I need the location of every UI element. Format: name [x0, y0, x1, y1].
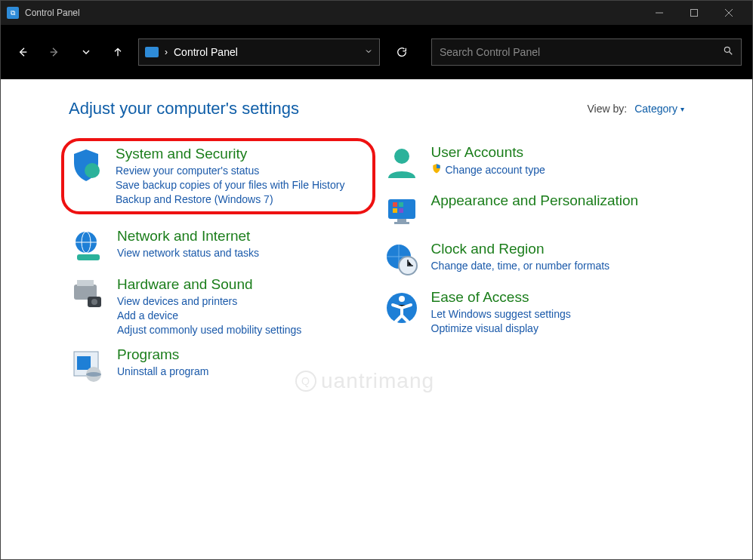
svg-point-1: [724, 47, 730, 52]
svg-rect-17: [399, 202, 403, 207]
category-link[interactable]: Review your computer's status: [116, 165, 344, 177]
titlebar: ⧉ Control Panel: [1, 1, 752, 25]
svg-rect-19: [399, 208, 403, 213]
category-clock-and-region: Clock and Region Change date, time, or n…: [383, 241, 685, 278]
address-dropdown-icon[interactable]: [364, 45, 373, 59]
category-link[interactable]: View devices and printers: [117, 295, 301, 307]
category-link[interactable]: Optimize visual display: [431, 322, 571, 334]
category-system-and-security: System and Security Review your computer…: [61, 138, 375, 214]
category-title[interactable]: Hardware and Sound: [117, 276, 301, 293]
printer-camera-icon: [69, 276, 106, 314]
globe-network-icon: [69, 228, 106, 266]
view-by-label: View by:: [588, 103, 628, 115]
breadcrumb-separator-icon: ›: [165, 47, 168, 57]
up-button[interactable]: [106, 41, 129, 63]
category-hardware-and-sound: Hardware and Sound View devices and prin…: [69, 276, 371, 336]
category-user-accounts: User Accounts Change account type: [383, 144, 685, 182]
window-title: Control Panel: [25, 8, 80, 18]
address-bar[interactable]: › Control Panel: [138, 38, 380, 66]
category-title[interactable]: Ease of Access: [431, 289, 571, 306]
svg-point-2: [85, 163, 100, 178]
category-link[interactable]: Let Windows suggest settings: [431, 308, 571, 320]
svg-point-9: [91, 299, 97, 305]
category-link[interactable]: Change date, time, or number formats: [431, 260, 610, 272]
accessibility-icon: [383, 289, 421, 327]
breadcrumb-segment[interactable]: Control Panel: [174, 46, 238, 58]
category-programs: Programs Uninstall a program: [69, 346, 371, 384]
uac-shield-icon: [431, 163, 442, 176]
right-column: User Accounts Change account type Appear…: [383, 144, 685, 384]
clock-globe-icon: [383, 241, 421, 278]
svg-rect-21: [394, 222, 409, 224]
category-ease-of-access: Ease of Access Let Windows suggest setti…: [383, 289, 685, 334]
control-panel-breadcrumb-icon: [145, 47, 159, 57]
page-title: Adjust your computer's settings: [69, 99, 299, 118]
category-title[interactable]: Programs: [117, 346, 208, 363]
svg-rect-7: [77, 280, 94, 286]
minimize-button[interactable]: [642, 1, 677, 25]
recent-locations-button[interactable]: [75, 41, 97, 63]
svg-rect-20: [397, 219, 406, 222]
category-link[interactable]: View network status and tasks: [117, 247, 259, 259]
category-title[interactable]: Network and Internet: [117, 228, 259, 245]
category-title[interactable]: Clock and Region: [431, 241, 610, 257]
back-button[interactable]: [11, 41, 34, 63]
toolbar: › Control Panel: [1, 25, 752, 79]
category-link[interactable]: Adjust commonly used mobility settings: [117, 324, 301, 336]
view-by-value: Category: [634, 103, 677, 115]
svg-point-13: [86, 372, 101, 377]
svg-point-25: [399, 296, 405, 302]
svg-rect-16: [393, 202, 397, 207]
shield-icon: [67, 146, 105, 183]
svg-rect-11: [77, 356, 91, 370]
monitor-colors-icon: [383, 192, 421, 230]
view-by-group: View by: Category ▾: [588, 103, 684, 115]
category-link[interactable]: Change account type: [431, 163, 545, 176]
close-button[interactable]: [711, 1, 746, 25]
search-icon[interactable]: [723, 45, 733, 59]
user-icon: [383, 144, 421, 182]
forward-button[interactable]: [43, 41, 66, 63]
category-appearance-and-personalization: Appearance and Personalization: [383, 192, 685, 230]
maximize-button[interactable]: [677, 1, 711, 25]
control-panel-app-icon: ⧉: [7, 7, 19, 19]
svg-point-14: [394, 149, 409, 164]
category-link[interactable]: Add a device: [117, 309, 301, 322]
category-link[interactable]: Save backup copies of your files with Fi…: [116, 179, 344, 191]
category-title[interactable]: System and Security: [116, 146, 344, 162]
category-link[interactable]: Backup and Restore (Windows 7): [116, 193, 344, 205]
search-box[interactable]: [431, 38, 742, 66]
category-title[interactable]: User Accounts: [431, 144, 545, 161]
svg-rect-5: [77, 254, 100, 260]
programs-icon: [69, 346, 106, 384]
svg-rect-18: [393, 208, 397, 213]
category-network-and-internet: Network and Internet View network status…: [69, 228, 371, 266]
category-title[interactable]: Appearance and Personalization: [431, 192, 639, 209]
search-input[interactable]: [440, 46, 723, 58]
svg-rect-0: [691, 10, 698, 17]
refresh-button[interactable]: [389, 38, 415, 66]
content-area: Adjust your computer's settings View by:…: [1, 79, 752, 384]
category-link[interactable]: Uninstall a program: [117, 365, 208, 377]
view-by-dropdown[interactable]: Category ▾: [634, 103, 684, 115]
chevron-down-icon: ▾: [680, 105, 684, 113]
left-column: System and Security Review your computer…: [69, 144, 371, 384]
category-link-text: Change account type: [446, 164, 545, 176]
